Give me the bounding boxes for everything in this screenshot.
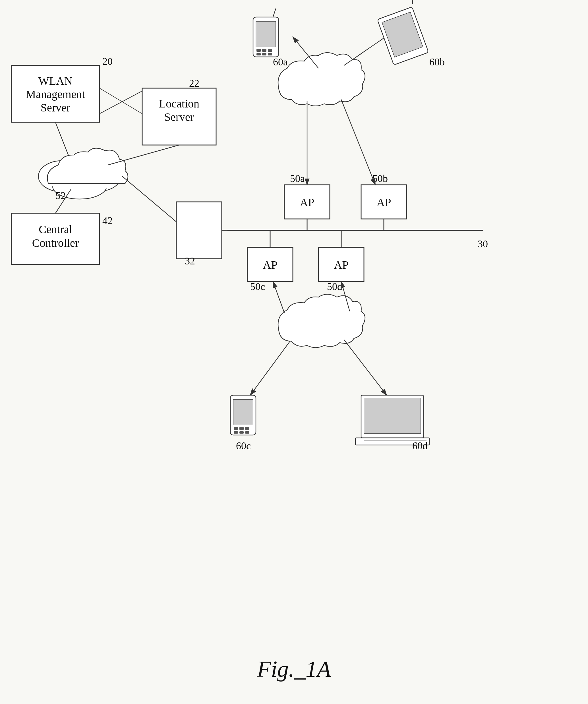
ref-60a: 60a [273, 56, 288, 68]
switch-box [176, 202, 222, 259]
ref-22: 22 [189, 78, 199, 89]
figure-label: Fig._1A [257, 656, 331, 682]
svg-rect-22 [268, 49, 272, 52]
svg-rect-25 [268, 53, 272, 55]
ap-50c-label: AP [263, 258, 277, 271]
wlan-label-2: Management [26, 88, 85, 101]
location-label-2: Server [164, 111, 194, 123]
svg-rect-34 [245, 427, 249, 430]
ap-50b-label: AP [376, 196, 391, 209]
ref-60b: 60b [429, 56, 445, 68]
ref-20: 20 [102, 56, 113, 67]
ref-50a: 50a [290, 173, 305, 184]
central-label-2: Controller [32, 237, 79, 249]
ref-50c: 50c [250, 281, 265, 292]
svg-rect-37 [245, 431, 249, 433]
ref-60d: 60d [412, 440, 428, 452]
ap-50d-label: AP [334, 258, 348, 271]
svg-rect-21 [262, 49, 267, 52]
ref-60c: 60c [236, 440, 251, 452]
wlan-label-1: WLAN [39, 74, 72, 87]
diagram-container: WLAN Management Server 20 Location Serve… [0, 0, 588, 704]
svg-rect-32 [234, 427, 238, 430]
svg-rect-24 [262, 53, 267, 55]
svg-rect-20 [256, 49, 261, 52]
ap-50a-label: AP [300, 196, 314, 209]
device-60d [355, 395, 429, 445]
svg-rect-31 [233, 400, 253, 425]
ref-50d: 50d [327, 281, 342, 292]
svg-rect-36 [239, 431, 244, 433]
wlan-label-3: Server [41, 101, 70, 114]
ref-32: 32 [185, 255, 195, 267]
svg-rect-23 [256, 53, 261, 55]
central-label-1: Central [39, 223, 72, 236]
svg-rect-35 [234, 431, 238, 433]
device-60c [230, 388, 256, 435]
svg-rect-33 [239, 427, 244, 430]
ref-42: 42 [102, 215, 113, 226]
svg-rect-19 [256, 21, 276, 47]
ref-30: 30 [478, 238, 488, 250]
svg-rect-40 [364, 398, 421, 433]
location-label-1: Location [159, 97, 199, 110]
